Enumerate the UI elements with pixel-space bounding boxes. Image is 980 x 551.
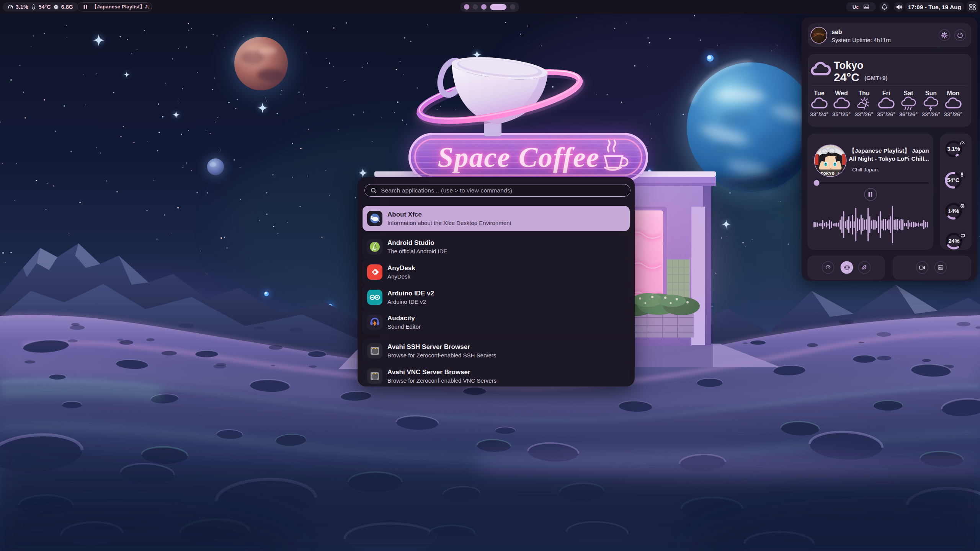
svg-text:36°/26°: 36°/26°	[899, 111, 918, 117]
svg-text:Thu: Thu	[858, 90, 869, 96]
svg-text:35°/25°: 35°/25°	[832, 111, 851, 117]
svg-text:Tokyo: Tokyo	[834, 60, 864, 71]
svg-text:Space Coffee: Space Coffee	[438, 142, 599, 173]
svg-text:33°/24°: 33°/24°	[810, 111, 828, 117]
svg-text:【Japanese Playlist】 Japan: 【Japanese Playlist】 Japan	[849, 147, 929, 154]
svg-text:Fri: Fri	[882, 90, 890, 96]
svg-text:33°/26°: 33°/26°	[855, 111, 873, 117]
svg-text:33°/26°: 33°/26°	[944, 111, 962, 117]
svg-text:Chill Japan.: Chill Japan.	[852, 167, 879, 173]
svg-text:33°/26°: 33°/26°	[922, 111, 940, 117]
svg-text:Mon: Mon	[947, 90, 960, 96]
svg-text:seb: seb	[831, 29, 842, 35]
svg-text:System Uptime: 4h11m: System Uptime: 4h11m	[831, 37, 891, 43]
svg-text:Wed: Wed	[835, 90, 848, 96]
svg-text:54°C: 54°C	[947, 177, 960, 183]
svg-text:3.1%: 3.1%	[947, 146, 960, 152]
svg-text:All Night - Tokyo LoFi Chill..: All Night - Tokyo LoFi Chill...	[849, 155, 929, 162]
svg-text:35°/26°: 35°/26°	[877, 111, 895, 117]
svg-text:Sun: Sun	[925, 90, 937, 96]
svg-text:24°C: 24°C	[834, 71, 859, 83]
svg-text:24%: 24%	[948, 238, 959, 244]
svg-text:(GMT+9): (GMT+9)	[864, 75, 887, 81]
svg-text:Tue: Tue	[814, 90, 824, 96]
svg-text:14%: 14%	[948, 208, 959, 214]
svg-text:Sat: Sat	[904, 90, 914, 96]
